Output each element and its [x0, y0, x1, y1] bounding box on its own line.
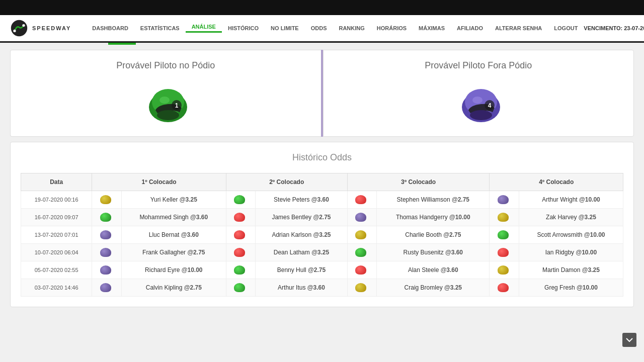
date-cell: 19-07-2020 00:16 — [21, 191, 92, 209]
nav-logout[interactable]: LOGOUT — [548, 25, 584, 31]
player-helmet-cell — [347, 244, 377, 261]
player-name-cell: Ian Ridgby @10.00 — [519, 244, 623, 261]
nav-horarios[interactable]: HORÁRIOS — [371, 25, 413, 31]
player-helmet-cell — [92, 226, 122, 244]
player-helmet-cell — [347, 191, 377, 209]
nav-afiliado[interactable]: AFILIADO — [451, 25, 489, 31]
nav-estatisticas[interactable]: ESTATÍSTICAS — [134, 25, 186, 31]
player-name-cell: Stevie Peters @3.60 — [256, 191, 347, 209]
nav-ranking[interactable]: RANKING — [333, 25, 370, 31]
panel-divider — [321, 50, 323, 137]
logo-icon — [10, 19, 28, 37]
player-name-cell: Arthur Itus @3.60 — [256, 279, 347, 297]
nav-maximas[interactable]: MÁXIMAS — [413, 25, 451, 31]
svg-text:1: 1 — [175, 102, 179, 109]
nav-dashboard[interactable]: DASHBOARD — [86, 25, 134, 31]
player-helmet-cell — [226, 261, 256, 279]
player-name-cell: Martin Damon @3.25 — [519, 261, 623, 279]
player-helmet-cell — [490, 261, 519, 279]
odds-table: Data 1º Colocado 2º Colocado 3º Colocado… — [21, 173, 623, 297]
main-content: Provável Piloto no Pódio 1 — [0, 45, 644, 362]
helmet-green: 1 — [145, 86, 186, 121]
date-cell: 03-07-2020 14:46 — [21, 279, 92, 297]
player-helmet-cell — [92, 244, 122, 261]
player-helmet-cell — [347, 261, 377, 279]
col-p4: 4º Colocado — [490, 173, 623, 191]
player-helmet-cell — [490, 244, 519, 261]
player-name-cell: Benny Hull @2.75 — [256, 261, 347, 279]
player-name-cell: Lluc Bernat @3.60 — [121, 226, 226, 244]
player-name-cell: Dean Latham @3.25 — [256, 244, 347, 261]
player-helmet-cell — [92, 261, 122, 279]
table-row: 03-07-2020 14:46 Calvin Kipling @2.75 Ar… — [21, 279, 623, 297]
header: SPEEDWAY DASHBOARD ESTATÍSTICAS ANÁLISE … — [0, 15, 644, 43]
player-helmet-cell — [226, 244, 256, 261]
svg-point-14 — [470, 110, 492, 120]
date-cell: 10-07-2020 06:04 — [21, 244, 92, 261]
col-p2: 2º Colocado — [226, 173, 347, 191]
col-p3: 3º Colocado — [347, 173, 490, 191]
logo-area: SPEEDWAY — [10, 19, 71, 37]
svg-point-0 — [11, 20, 27, 36]
player-name-cell: Adrian Karlson @3.25 — [256, 226, 347, 244]
odds-table-section: Histórico Odds Data 1º Colocado 2º Coloc… — [10, 142, 634, 307]
player-name-cell: Arthur Wright @10.00 — [519, 191, 623, 209]
panel-fora-podio: Provável Piloto Fora Pódio 4 — [323, 50, 634, 137]
player-name-cell: Frank Gallagher @2.75 — [121, 244, 226, 261]
player-helmet-cell — [92, 279, 122, 297]
player-helmet-cell — [226, 191, 256, 209]
nav-no-limite[interactable]: NO LIMITE — [265, 25, 305, 31]
player-helmet-cell — [347, 209, 377, 226]
nav-historico[interactable]: HISTÓRICO — [222, 25, 265, 31]
odds-table-title: Histórico Odds — [21, 152, 623, 163]
player-helmet-cell — [347, 279, 377, 297]
table-row: 13-07-2020 07:01 Lluc Bernat @3.60 Adria… — [21, 226, 623, 244]
nav-analise[interactable]: ANÁLISE — [186, 24, 222, 33]
player-helmet-cell — [490, 209, 519, 226]
player-name-cell: Calvin Kipling @2.75 — [121, 279, 226, 297]
player-name-cell: Zak Harvey @3.25 — [519, 209, 623, 226]
svg-text:4: 4 — [488, 102, 491, 109]
player-helmet-cell — [92, 191, 122, 209]
chevron-down-icon — [625, 336, 633, 344]
table-row: 16-07-2020 09:07 Mohammed Singh @3.60 Ja… — [21, 209, 623, 226]
nav-alterar-senha[interactable]: ALTERAR SENHA — [489, 25, 548, 31]
player-name-cell: Rusty Busenitz @3.60 — [377, 244, 490, 261]
player-name-cell: Scott Arrowsmith @10.00 — [519, 226, 623, 244]
table-row: 10-07-2020 06:04 Frank Gallagher @2.75 D… — [21, 244, 623, 261]
player-helmet-cell — [347, 226, 377, 244]
odds-table-body: 19-07-2020 00:16 Yuri Keller @3.25 Stevi… — [21, 191, 623, 297]
helmet-purple: 4 — [458, 86, 499, 121]
panel-podio: Provável Piloto no Pódio 1 — [10, 50, 321, 137]
svg-point-5 — [159, 97, 170, 104]
player-helmet-cell — [490, 279, 519, 297]
player-name-cell: Craig Bromley @3.25 — [377, 279, 490, 297]
top-bar — [0, 0, 644, 15]
svg-point-1 — [13, 30, 16, 32]
date-cell: 13-07-2020 07:01 — [21, 226, 92, 244]
table-row: 19-07-2020 00:16 Yuri Keller @3.25 Stevi… — [21, 191, 623, 209]
player-helmet-cell — [490, 226, 519, 244]
svg-point-8 — [157, 110, 179, 120]
player-name-cell: Thomas Handgerry @10.00 — [377, 209, 490, 226]
player-name-cell: Stephen Williamson @2.75 — [377, 191, 490, 209]
scroll-to-bottom-button[interactable] — [622, 333, 636, 347]
table-header-row: Data 1º Colocado 2º Colocado 3º Colocado… — [21, 173, 623, 191]
table-row: 05-07-2020 02:55 Richard Eyre @10.00 Ben… — [21, 261, 623, 279]
player-name-cell: Richard Eyre @10.00 — [121, 261, 226, 279]
col-data: Data — [21, 173, 92, 191]
player-helmet-cell — [92, 209, 122, 226]
player-helmet-cell — [226, 226, 256, 244]
panel-podio-title: Provável Piloto no Pódio — [116, 60, 215, 71]
player-name-cell: Alan Steele @3.60 — [377, 261, 490, 279]
top-panels: Provável Piloto no Pódio 1 — [10, 50, 634, 137]
svg-point-2 — [22, 24, 25, 27]
player-helmet-cell — [490, 191, 519, 209]
date-cell: 05-07-2020 02:55 — [21, 261, 92, 279]
main-nav: DASHBOARD ESTATÍSTICAS ANÁLISE HISTÓRICO… — [86, 24, 644, 33]
player-helmet-cell — [226, 209, 256, 226]
player-helmet-cell — [226, 279, 256, 297]
nav-odds[interactable]: ODDS — [305, 25, 333, 31]
nav-underline — [0, 43, 644, 45]
logo-text: SPEEDWAY — [32, 25, 71, 31]
